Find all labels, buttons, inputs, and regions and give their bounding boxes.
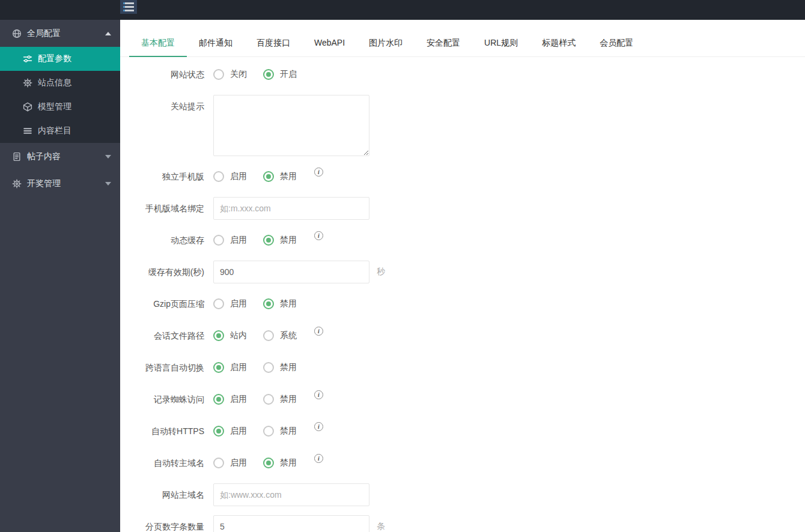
sidebar-item-global-config[interactable]: 全局配置	[0, 20, 120, 47]
radio-option-label: 站内	[230, 330, 247, 341]
radio-option-label: 启用	[230, 458, 247, 468]
radio-circle-icon	[213, 235, 224, 246]
sidebar-item-model-manage[interactable]: 模型管理	[0, 95, 120, 119]
radio-option-lang-switch-0[interactable]: 启用	[213, 362, 247, 373]
form-row-lang-switch: 跨语言自动切换启用禁用	[120, 356, 805, 379]
radio-option-label: 禁用	[280, 235, 297, 246]
radio-option-gzip-0[interactable]: 启用	[213, 298, 247, 309]
form-row-cache-expire: 缓存有效期(秒)秒	[120, 261, 805, 283]
sidebar-item-content-columns[interactable]: 内容栏目	[0, 119, 120, 143]
radio-option-label: 禁用	[280, 458, 297, 468]
menu-toggle-button[interactable]	[120, 0, 137, 14]
field-control	[213, 95, 369, 156]
field-label: 独立手机版	[120, 165, 213, 188]
radio-option-spider-log-1[interactable]: 禁用	[263, 394, 297, 405]
radio-option-https-redirect-1[interactable]: 禁用	[263, 426, 297, 437]
tab-watermark[interactable]: 图片水印	[357, 30, 415, 57]
radio-option-lang-switch-1[interactable]: 禁用	[263, 362, 297, 373]
field-label: 会话文件路径	[120, 324, 213, 347]
field-label: 网站主域名	[120, 483, 213, 506]
input-suffix-label: 条	[377, 521, 385, 532]
sidebar-item-lottery-manage[interactable]: 开奖管理	[0, 170, 120, 197]
field-label: 缓存有效期(秒)	[120, 261, 213, 283]
cache-expire-input[interactable]	[213, 261, 369, 283]
tab-webapi[interactable]: WebAPI	[302, 30, 357, 57]
tab-baidu[interactable]: 百度接口	[245, 30, 302, 57]
sidebar-submenu: 配置参数站点信息模型管理内容栏目	[0, 47, 120, 143]
sidebar-item-post-content[interactable]: 帖子内容	[0, 143, 120, 170]
field-control: 站内系统i	[213, 330, 323, 341]
info-icon[interactable]: i	[314, 390, 323, 399]
form-row-page-number-count: 分页数字条数量条	[120, 515, 805, 532]
radio-option-dynamic-cache-0[interactable]: 启用	[213, 235, 247, 246]
info-icon[interactable]: i	[314, 231, 323, 240]
caret-down-icon	[105, 182, 111, 186]
field-label: 手机版域名绑定	[120, 197, 213, 220]
radio-option-gzip-1[interactable]: 禁用	[263, 298, 297, 309]
info-icon[interactable]: i	[314, 454, 323, 463]
radio-circle-icon	[263, 69, 274, 80]
radio-option-label: 启用	[230, 426, 247, 437]
field-label: 跨语言自动切换	[120, 356, 213, 379]
caret-up-icon	[105, 32, 111, 35]
radio-option-dynamic-cache-1[interactable]: 禁用	[263, 235, 297, 246]
tab-basic[interactable]: 基本配置	[129, 30, 187, 57]
field-control: 启用禁用	[213, 362, 313, 373]
field-control: 启用禁用i	[213, 426, 323, 437]
sliders-icon	[23, 54, 32, 64]
input-suffix-label: 秒	[377, 267, 385, 277]
field-label: Gzip页面压缩	[120, 292, 213, 315]
caret-down-icon	[105, 155, 111, 159]
info-icon[interactable]: i	[314, 168, 323, 177]
hamburger-icon	[123, 2, 134, 4]
field-control: 启用禁用i	[213, 458, 323, 468]
radio-circle-icon	[213, 330, 224, 341]
field-control: 启用禁用	[213, 298, 313, 309]
radio-option-main-domain-redirect-1[interactable]: 禁用	[263, 458, 297, 468]
info-icon[interactable]: i	[314, 327, 323, 336]
radio-option-main-domain-redirect-0[interactable]: 启用	[213, 458, 247, 468]
radio-circle-icon	[263, 330, 274, 341]
sidebar-item-label: 模型管理	[38, 101, 71, 112]
list-icon	[23, 126, 32, 136]
form-row-https-redirect: 自动转HTTPS启用禁用i	[120, 420, 805, 443]
radio-circle-icon	[213, 426, 224, 437]
form-row-close-tip: 关站提示	[120, 95, 805, 156]
gear-icon	[12, 179, 22, 189]
tab-title-style[interactable]: 标题样式	[530, 30, 588, 57]
close-tip-textarea[interactable]	[213, 95, 369, 156]
tab-member[interactable]: 会员配置	[588, 30, 645, 57]
radio-circle-icon	[263, 426, 274, 437]
form-row-main-domain-redirect: 自动转主域名启用禁用i	[120, 452, 805, 474]
radio-option-session-path-1[interactable]: 系统	[263, 330, 297, 341]
page-number-count-input[interactable]	[213, 515, 369, 532]
info-icon[interactable]: i	[314, 422, 323, 431]
radio-option-mobile-version-0[interactable]: 启用	[213, 171, 247, 182]
field-control: 启用禁用i	[213, 171, 323, 182]
radio-circle-icon	[213, 298, 224, 309]
sidebar-item-site-info[interactable]: 站点信息	[0, 71, 120, 95]
radio-option-mobile-version-1[interactable]: 禁用	[263, 171, 297, 182]
settings-form: 网站状态关闭开启关站提示独立手机版启用禁用i手机版域名绑定动态缓存启用禁用i缓存…	[120, 57, 805, 532]
radio-option-session-path-0[interactable]: 站内	[213, 330, 247, 341]
sidebar-item-label: 全局配置	[27, 28, 61, 39]
radio-option-spider-log-0[interactable]: 启用	[213, 394, 247, 405]
radio-option-https-redirect-0[interactable]: 启用	[213, 426, 247, 437]
field-label: 自动转主域名	[120, 452, 213, 474]
field-control: 秒	[213, 261, 385, 283]
tab-url-rules[interactable]: URL规则	[472, 30, 530, 57]
radio-circle-icon	[213, 458, 224, 468]
mobile-domain-input[interactable]	[213, 197, 369, 220]
field-control: 启用禁用i	[213, 235, 323, 246]
radio-circle-icon	[263, 171, 274, 182]
radio-option-site-status-0[interactable]: 关闭	[213, 69, 247, 80]
tab-security[interactable]: 安全配置	[415, 30, 472, 57]
radio-circle-icon	[213, 171, 224, 182]
radio-option-label: 启用	[230, 298, 247, 309]
sidebar-item-config-params[interactable]: 配置参数	[0, 47, 120, 71]
form-row-main-domain: 网站主域名	[120, 483, 805, 506]
radio-option-site-status-1[interactable]: 开启	[263, 69, 297, 80]
tab-email[interactable]: 邮件通知	[187, 30, 245, 57]
form-row-mobile-version: 独立手机版启用禁用i	[120, 165, 805, 188]
main-domain-input[interactable]	[213, 483, 369, 506]
